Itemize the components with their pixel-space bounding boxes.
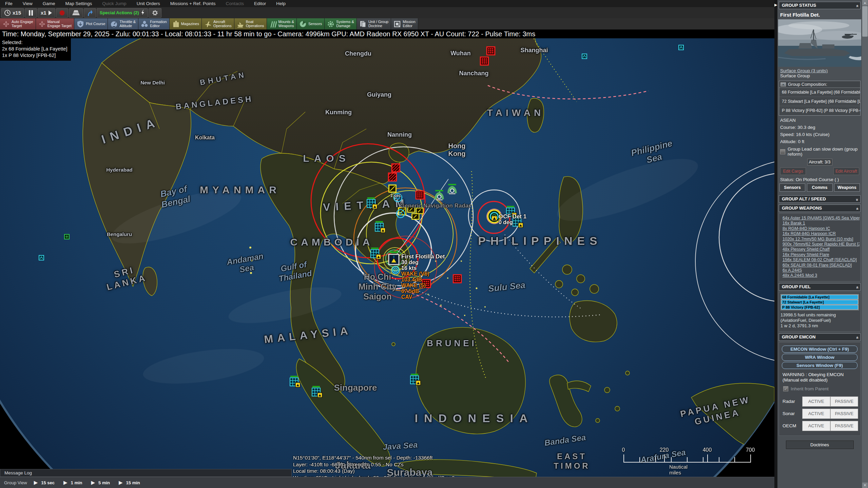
play-triangle-icon[interactable]: ▶ bbox=[91, 480, 95, 486]
scrollbar-thumb[interactable] bbox=[862, 6, 868, 37]
weapon-link[interactable]: 6x A.244S bbox=[783, 268, 860, 273]
menu-view[interactable]: View bbox=[18, 0, 38, 7]
time-step-1-min[interactable]: ▶1 min bbox=[63, 480, 82, 486]
wra-window-button[interactable]: WRA Window bbox=[782, 354, 857, 361]
chevron-up-icon[interactable]: » bbox=[853, 286, 860, 289]
small-contact[interactable] bbox=[678, 45, 684, 52]
hostile-contact[interactable] bbox=[480, 57, 489, 67]
emcon-window-ctrl-f9--button[interactable]: EMCON Window (Ctrl + F9) bbox=[782, 346, 857, 353]
boat-operations-button[interactable]: Boat Operations bbox=[234, 18, 267, 30]
tab-comms-button[interactable]: Comms bbox=[807, 183, 833, 192]
weapon-link[interactable]: 16x Plessey Shield Flare bbox=[783, 252, 860, 257]
section-header-group-alt-speed[interactable]: GROUP ALT / SPEED» bbox=[779, 195, 861, 203]
emcon-active-button[interactable]: ACTIVE bbox=[802, 421, 830, 431]
doctrines-button[interactable]: Doctrines bbox=[786, 441, 854, 449]
mounts-weapons-button[interactable]: Mounts & Weapons bbox=[267, 18, 297, 30]
special-actions-button[interactable]: Special Actions (2) bbox=[97, 8, 148, 18]
auto-engage-target-button[interactable]: Auto Engage Target bbox=[0, 18, 36, 30]
weapon-link[interactable]: 1020x 12.7mm/50 MG Burst [10 rnds] bbox=[783, 237, 860, 242]
sidebar-expand-icon[interactable]: ▶ bbox=[774, 3, 777, 7]
section-header-group-fuel[interactable]: GROUP FUEL» bbox=[779, 283, 861, 291]
throttle-altitude-button[interactable]: Throttle & Altitude bbox=[108, 18, 138, 30]
sonobuoy-contact[interactable] bbox=[390, 265, 401, 276]
mission-editor-button[interactable]: Mission Editor bbox=[391, 18, 418, 30]
inherit-checkbox[interactable]: ✓ bbox=[783, 386, 788, 391]
edit-cargo-button[interactable]: Edit Cargo bbox=[780, 168, 806, 175]
facility[interactable] bbox=[290, 376, 301, 389]
composition-item[interactable]: 68 Formidable [La Fayette] (68 Formidabl… bbox=[779, 88, 860, 97]
menu-editor[interactable]: Editor bbox=[249, 0, 271, 7]
aircraft-count-button[interactable]: Aircraft: 3/3 bbox=[807, 159, 832, 165]
time-compression-button[interactable]: x15 bbox=[1, 8, 24, 18]
radar-contact[interactable] bbox=[396, 209, 405, 220]
hostile-contact[interactable] bbox=[388, 173, 397, 183]
weapon-link[interactable]: 156x SEALEM 08-02 Chaff [SEACLAD] bbox=[783, 257, 860, 262]
aircraft-operations-button[interactable]: Aircraft Operations bbox=[202, 18, 234, 30]
weapon-link[interactable]: 48x Plessey Shield Chaff bbox=[783, 247, 860, 252]
tab-sensors-button[interactable]: Sensors bbox=[779, 183, 805, 192]
weapon-link[interactable]: 900x 76mm/62 Super Rapido HE Burst [2 rn bbox=[783, 242, 860, 247]
composition-item[interactable]: 72 Stalwart [La Fayette] (68 Formidable … bbox=[779, 97, 860, 106]
play-triangle-icon[interactable]: ▶ bbox=[63, 480, 67, 486]
systems-damage-button[interactable]: Systems & Damage bbox=[325, 18, 357, 30]
fuel-ship-bar[interactable]: P 88 Victory [FPB-62] bbox=[781, 305, 858, 310]
formation-editor-button[interactable]: Formation Editor bbox=[138, 18, 170, 30]
edit-aircraft-button[interactable]: Edit Aircraft bbox=[833, 168, 859, 175]
weapon-link[interactable]: 64x Aster 15 PAAMS [GWS.45 Sea Viper] bbox=[783, 216, 860, 221]
emcon-passive-button[interactable]: PASSIVE bbox=[830, 396, 858, 407]
emcon-passive-button[interactable]: PASSIVE bbox=[830, 421, 858, 431]
jump-button[interactable] bbox=[84, 8, 96, 18]
chevron-up-icon[interactable]: » bbox=[853, 5, 860, 7]
emcon-active-button[interactable]: ACTIVE bbox=[802, 396, 830, 407]
time-step-15-min[interactable]: ▶15 min bbox=[119, 480, 140, 486]
chevron-up-icon[interactable]: » bbox=[853, 336, 860, 339]
step-forward-button[interactable]: x1 bbox=[38, 8, 55, 18]
helicopter-contact[interactable] bbox=[433, 190, 445, 202]
map-viewport[interactable]: INDIABHUTANBANGLADESHMYANMARLAOSVIETNAMC… bbox=[0, 0, 774, 488]
group-lead-checkbox[interactable] bbox=[780, 149, 785, 154]
group-link[interactable]: Surface Group (3 units) bbox=[777, 67, 862, 73]
menu-unit-orders[interactable]: Unit Orders bbox=[132, 0, 165, 7]
plot-course-button[interactable]: Plot Course bbox=[74, 18, 108, 30]
settings-button[interactable] bbox=[149, 8, 161, 18]
message-log-bar[interactable]: Message Log bbox=[0, 469, 292, 477]
magazines-button[interactable]: Magazines bbox=[170, 18, 202, 30]
facility[interactable] bbox=[375, 221, 386, 235]
fuel-ship-bar[interactable]: 68 Formidable [La Fayette] bbox=[781, 295, 858, 299]
section-header-group-status[interactable]: GROUP STATUS» bbox=[779, 2, 861, 9]
facility[interactable] bbox=[410, 374, 421, 387]
menu-file[interactable]: File bbox=[0, 0, 18, 7]
facility[interactable] bbox=[370, 248, 381, 261]
small-contact[interactable] bbox=[582, 54, 587, 60]
play-triangle-icon[interactable]: ▶ bbox=[34, 480, 38, 486]
collapse-arrow-icon[interactable]: ▲ bbox=[780, 82, 786, 86]
menu-missions-ref-points[interactable]: Missions + Ref. Points bbox=[165, 0, 221, 7]
section-header-group-weapons[interactable]: GROUP WEAPONS» bbox=[779, 204, 861, 212]
manual-engage-target-button[interactable]: Manual Engage Target bbox=[36, 18, 74, 30]
unit-group-doctrine-button[interactable]: Unit / Group Doctrine bbox=[357, 18, 391, 30]
helicopter-contact[interactable] bbox=[446, 184, 458, 196]
menu-map-settings[interactable]: Map Settings bbox=[60, 0, 97, 7]
chevron-up-icon[interactable]: » bbox=[853, 208, 860, 210]
weapon-link[interactable]: 16x Barak 1 bbox=[783, 221, 860, 226]
weapon-link[interactable]: 48x A.244S Mod 3 bbox=[783, 273, 860, 278]
weapon-link[interactable]: 60x SEALIR 08-01 Flare [SEACLAD] bbox=[783, 263, 860, 268]
weapon-link[interactable]: 8x RGM-84D Harpoon IC bbox=[783, 226, 860, 231]
sidebar-scrollbar[interactable]: ▲ ▼ bbox=[862, 0, 868, 488]
pause-button[interactable] bbox=[25, 8, 37, 18]
weapon-link[interactable]: 16x RGM-84G Harpoon ICR bbox=[783, 231, 860, 236]
fuel-ship-bar[interactable]: 72 Stalwart [La Fayette] bbox=[781, 300, 858, 305]
chevron-down-icon[interactable]: » bbox=[853, 198, 860, 201]
small-contact[interactable] bbox=[39, 255, 44, 262]
scroll-up-icon[interactable]: ▲ bbox=[862, 0, 868, 5]
time-step-15-sec[interactable]: ▶15 sec bbox=[34, 480, 55, 486]
facility[interactable] bbox=[312, 386, 323, 399]
sensors-window-f9--button[interactable]: Sensors Window (F9) bbox=[782, 362, 857, 369]
tab-weapons-button[interactable]: Weapons bbox=[834, 183, 860, 192]
emcon-active-button[interactable]: ACTIVE bbox=[802, 409, 830, 419]
hostile-contact[interactable] bbox=[416, 191, 425, 201]
small-contact[interactable] bbox=[64, 234, 70, 241]
facility[interactable] bbox=[367, 197, 378, 211]
hostile-contact[interactable] bbox=[486, 46, 496, 57]
menu-help[interactable]: Help bbox=[271, 0, 291, 7]
